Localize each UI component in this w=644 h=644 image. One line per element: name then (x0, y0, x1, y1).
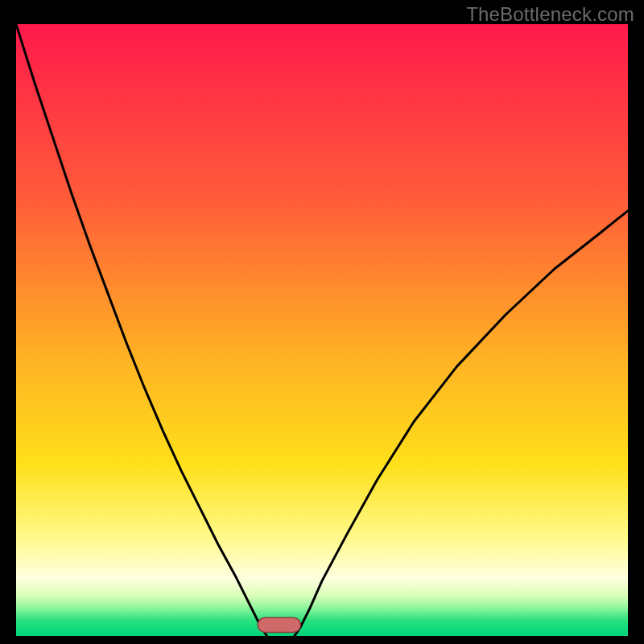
chart-root: TheBottleneck.com (0, 0, 644, 644)
minimum-marker (258, 617, 300, 632)
chart-svg (16, 24, 628, 636)
watermark-text: TheBottleneck.com (466, 3, 634, 26)
gradient-background (16, 24, 628, 636)
plot-area (16, 24, 628, 636)
